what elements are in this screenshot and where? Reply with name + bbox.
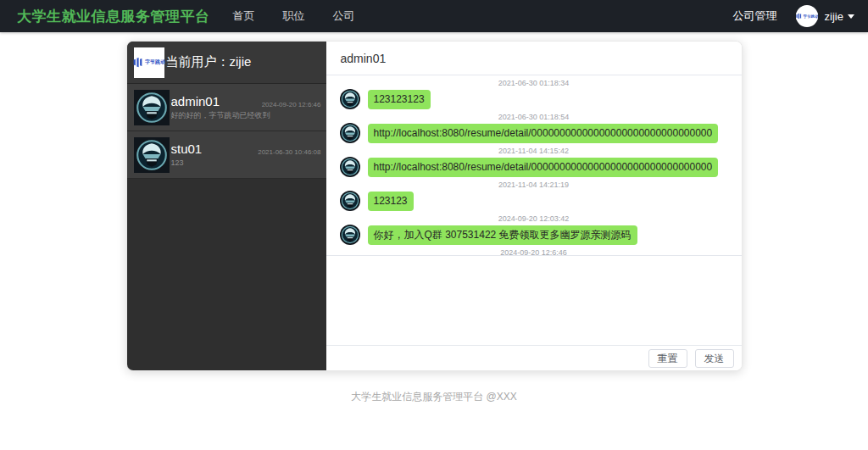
current-user-header: 字节跳动 当前用户：zijie — [127, 42, 326, 84]
chevron-down-icon — [848, 14, 854, 19]
message-input-area — [326, 255, 742, 345]
user-avatar: 字节跳动 — [796, 5, 818, 27]
peer-avatar — [340, 157, 360, 177]
message-timestamp: 2021-06-30 01:18:54 — [340, 109, 728, 123]
contact-sidebar: 字节跳动 当前用户：zijie admin01 好的好的，字节跳动已经收到 20… — [127, 42, 326, 370]
page-footer: 大学生就业信息服务管理平台 @XXX — [0, 390, 868, 404]
chat-actions: 重置 发送 — [326, 345, 742, 370]
contact-item-stu01[interactable]: stu01 123 2021-06-30 10:46:08 — [127, 131, 326, 179]
message-list[interactable]: 2021-06-30 01:18:34 123123123 2021-06-30… — [326, 75, 742, 255]
send-button[interactable]: 发送 — [695, 349, 734, 368]
message-bubble: http://localhost:8080/resume/detail/0000… — [368, 158, 719, 177]
contact-name: admin01 — [171, 93, 270, 110]
bytedance-glyph-icon — [132, 56, 143, 69]
current-user-label: 当前用户：zijie — [166, 54, 252, 70]
main-nav: 首页 职位 公司 — [233, 8, 383, 24]
message-input[interactable] — [326, 256, 742, 345]
message: 2024-09-20 12:03:42 你好，加入Q群 307531422 免费… — [340, 211, 728, 245]
chat-card: 字节跳动 当前用户：zijie admin01 好的好的，字节跳动已经收到 20… — [126, 41, 743, 371]
contact-avatar — [134, 137, 170, 173]
reset-button[interactable]: 重置 — [648, 349, 687, 368]
message-timestamp: 2024-09-20 12:6:46 — [340, 245, 728, 255]
contact-timestamp: 2024-09-20 12:6:46 — [262, 101, 321, 108]
nav-item-companies[interactable]: 公司 — [333, 8, 355, 24]
conversation-pane: admin01 2021-06-30 01:18:34 123123123 20… — [326, 42, 742, 370]
peer-avatar — [340, 225, 360, 245]
message-bubble: 123123 — [368, 192, 414, 211]
message: 2024-09-20 12:6:46 字节跳动 好的好的，字节跳动已经收到 — [340, 245, 728, 255]
contact-last-message: 好的好的，字节跳动已经收到 — [171, 110, 270, 121]
contact-avatar — [134, 90, 170, 125]
message-bubble: 你好，加入Q群 307531422 免费领取更多幽罗源亲测源码 — [368, 225, 637, 245]
conversation-title: admin01 — [326, 42, 742, 75]
username-label: zijie — [825, 10, 843, 23]
contact-item-admin01[interactable]: admin01 好的好的，字节跳动已经收到 2024-09-20 12:6:46 — [127, 84, 326, 131]
message-timestamp: 2021-11-04 14:15:42 — [340, 143, 728, 157]
message-timestamp: 2021-06-30 01:18:34 — [340, 75, 728, 89]
message-bubble: 123123123 — [368, 90, 431, 109]
top-navbar: 大学生就业信息服务管理平台 首页 职位 公司 公司管理 字节跳动 zijie — [0, 0, 868, 32]
peer-avatar — [340, 123, 360, 143]
message: 2021-11-04 14:21:19 123123 — [340, 177, 728, 211]
nav-item-company-admin[interactable]: 公司管理 — [733, 8, 777, 24]
message: 2021-11-04 14:15:42 http://localhost:808… — [340, 143, 728, 177]
peer-avatar — [340, 191, 360, 211]
app-title: 大学生就业信息服务管理平台 — [17, 7, 210, 26]
contact-name: stu01 — [171, 141, 203, 158]
bytedance-logo: 字节跳动 — [796, 13, 818, 20]
nav-item-home[interactable]: 首页 — [233, 8, 255, 24]
nav-item-jobs[interactable]: 职位 — [283, 8, 305, 24]
contact-last-message: 123 — [171, 158, 203, 169]
message-timestamp: 2021-11-04 14:21:19 — [340, 177, 728, 191]
message-bubble: http://localhost:8080/resume/detail/0000… — [368, 124, 719, 143]
contact-timestamp: 2021-06-30 10:46:08 — [258, 148, 320, 156]
navbar-right: 公司管理 字节跳动 zijie — [733, 5, 854, 27]
user-menu[interactable]: 字节跳动 zijie — [796, 5, 854, 27]
message-timestamp: 2024-09-20 12:03:42 — [340, 211, 728, 225]
message: 2021-06-30 01:18:54 http://localhost:808… — [340, 109, 728, 143]
bytedance-glyph-icon — [796, 13, 802, 20]
current-user-avatar: 字节跳动 — [134, 47, 164, 78]
peer-avatar — [340, 89, 360, 109]
message: 2021-06-30 01:18:34 123123123 — [340, 75, 728, 109]
